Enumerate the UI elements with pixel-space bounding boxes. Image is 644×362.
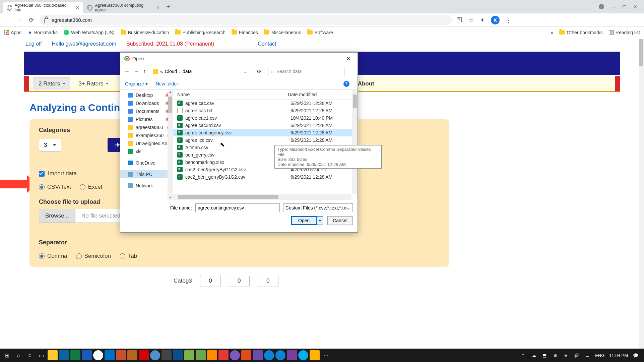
file-row[interactable]: agree.cac.csv6/29/2021 12:28 AM <box>173 100 358 107</box>
bookmark-folder[interactable]: Miscellaneous <box>264 30 301 35</box>
file-row[interactable]: cac2_ben_gerryByG1G2.csv6/29/2021 12:28 … <box>173 173 358 181</box>
two-raters-dropdown[interactable]: 2 Raters <box>34 77 70 90</box>
bookmark-folder[interactable]: Software <box>307 30 333 35</box>
menu-icon[interactable]: ⋮ <box>506 16 512 24</box>
file-list-header[interactable]: Name Date modified <box>173 90 358 100</box>
column-name[interactable]: Name <box>177 92 288 97</box>
bookmark-folder[interactable]: Business/Education <box>121 30 169 35</box>
page-scrollbar[interactable] <box>639 39 644 349</box>
file-row[interactable]: agree.contingency.csv6/29/2021 12:28 AM <box>173 129 358 136</box>
categories-select[interactable]: 3 <box>39 139 61 152</box>
path-breadcrumb[interactable]: « Cloud › data ⌄ <box>150 67 250 76</box>
profile-icon[interactable] <box>599 4 604 9</box>
browser-tab[interactable]: AgreeStat/360: computing agree × <box>83 2 164 13</box>
extensions-icon[interactable]: ✦ <box>480 16 485 24</box>
chevron-down-icon[interactable]: ⌄ <box>243 69 247 74</box>
app-icon[interactable] <box>207 350 217 360</box>
sidebar-item[interactable]: Pictures📌 <box>120 115 173 123</box>
reading-list[interactable]: Reading list <box>609 30 640 35</box>
help-icon[interactable]: ? <box>343 81 349 87</box>
sidebar-scrollbar[interactable]: ▲▼ <box>168 90 173 200</box>
sidebar-item[interactable]: This PC <box>120 170 173 178</box>
app-icon[interactable] <box>275 350 285 360</box>
other-bookmarks[interactable]: Other bookmarks <box>559 30 602 35</box>
star-icon[interactable]: ☆ <box>468 16 474 24</box>
sidebar-item[interactable]: OneDrive <box>120 159 173 167</box>
new-tab-button[interactable]: + <box>164 3 173 11</box>
mail-icon[interactable] <box>59 350 69 360</box>
close-window-icon[interactable]: ✕ <box>633 4 637 9</box>
chrome-icon[interactable] <box>93 350 103 360</box>
skype-icon[interactable] <box>298 350 308 360</box>
file-scrollbar-v[interactable] <box>352 90 358 194</box>
app-icon[interactable] <box>241 350 251 360</box>
bookmark-folder[interactable]: Finances <box>232 30 258 35</box>
search-icon[interactable]: ⌕ <box>13 350 23 360</box>
app-icon[interactable] <box>162 350 172 360</box>
apps-button[interactable]: Apps <box>4 30 21 35</box>
app-icon[interactable] <box>253 350 263 360</box>
column-date[interactable]: Date modified <box>288 92 338 97</box>
language-indicator[interactable]: ENG <box>595 353 604 358</box>
file-scrollbar-h[interactable] <box>173 194 351 200</box>
wifi-icon[interactable]: ◈ <box>563 353 569 358</box>
three-raters-dropdown[interactable]: 3+ Raters <box>74 78 113 90</box>
cell-input[interactable] <box>229 275 250 287</box>
file-row[interactable]: agree.icc.csv6/29/2021 12:28 AM <box>173 136 358 144</box>
sidebar-item[interactable]: xls <box>120 147 173 156</box>
filetype-select[interactable]: Custom Files (*.csv;*.text;*.txt;*.c⌄ <box>283 203 353 212</box>
bookmark-item[interactable]: ★Bookmarks <box>27 29 58 36</box>
open-dropdown[interactable] <box>317 216 323 225</box>
avatar[interactable]: K <box>491 16 500 24</box>
start-button[interactable]: ⊞ <box>2 350 12 360</box>
word-icon[interactable] <box>82 350 92 360</box>
outlook-icon[interactable] <box>105 350 115 360</box>
overflow-icon[interactable]: ⋯ <box>321 350 331 360</box>
browse-button[interactable]: Browse... <box>39 209 75 223</box>
bookmark-folder[interactable]: Publishing/Research <box>175 30 226 35</box>
sidebar-item[interactable]: examples360📌 <box>120 131 173 139</box>
app-icon[interactable] <box>287 350 297 360</box>
explorer-icon[interactable] <box>48 350 58 360</box>
sidebar-item[interactable]: Documents📌 <box>120 107 173 115</box>
close-tab-icon[interactable]: × <box>156 5 159 11</box>
new-folder-button[interactable]: New folder <box>156 81 178 86</box>
filezilla-icon[interactable] <box>139 350 149 360</box>
browser-tab-active[interactable]: AgreeStat 360: cloud-based inte × <box>3 2 83 13</box>
app-icon[interactable] <box>116 350 126 360</box>
close-icon[interactable]: ✕ <box>343 55 353 62</box>
hello-link[interactable]: Hello gwet@agreestat.com <box>52 41 116 47</box>
notifications-icon[interactable]: 💬 <box>633 353 639 358</box>
cell-input[interactable] <box>258 275 278 287</box>
key-icon[interactable]: ⚿ <box>456 16 462 23</box>
clock[interactable]: 11:04 PM <box>609 353 628 358</box>
preview-icon[interactable]: ▥ <box>335 81 339 86</box>
filename-input[interactable] <box>195 203 280 212</box>
volume-icon[interactable]: 🔊 <box>574 353 580 358</box>
url-field[interactable]: agreestat360.com <box>40 15 452 25</box>
forward-icon[interactable]: → <box>15 16 23 23</box>
file-row[interactable]: agree.cac1.csv10/4/2021 10:40 PM <box>173 114 358 122</box>
excel-radio[interactable]: Excel <box>80 184 102 190</box>
tray-icon[interactable]: ⊕ <box>552 353 558 358</box>
sidebar-item[interactable]: Network <box>120 182 173 190</box>
excel-icon[interactable] <box>70 350 80 360</box>
task-view-icon[interactable]: ▭ <box>36 350 46 360</box>
open-button[interactable]: Open <box>291 216 317 225</box>
app-icon[interactable] <box>218 350 229 360</box>
refresh-icon[interactable]: ⟳ <box>254 68 264 75</box>
tray-chevron-icon[interactable]: ˄ <box>520 353 526 358</box>
tray-icon[interactable]: ☁ <box>531 353 537 358</box>
organize-button[interactable]: Organize ▾ <box>125 81 148 86</box>
forward-icon[interactable]: → <box>134 68 139 74</box>
app-icon[interactable] <box>184 350 194 360</box>
app-icon[interactable] <box>173 350 183 360</box>
app-icon[interactable] <box>230 350 240 360</box>
sidebar-item[interactable]: agreestat360📌 <box>120 123 173 131</box>
file-row[interactable]: agree.cac3rd.csv6/29/2021 12:28 AM <box>173 122 358 129</box>
maximize-icon[interactable]: ▢ <box>622 4 627 9</box>
view-icon[interactable]: ≣ ▾ <box>323 81 330 86</box>
back-icon[interactable]: ← <box>3 16 11 23</box>
close-tab-icon[interactable]: × <box>76 5 79 11</box>
cell-input[interactable] <box>200 275 221 287</box>
